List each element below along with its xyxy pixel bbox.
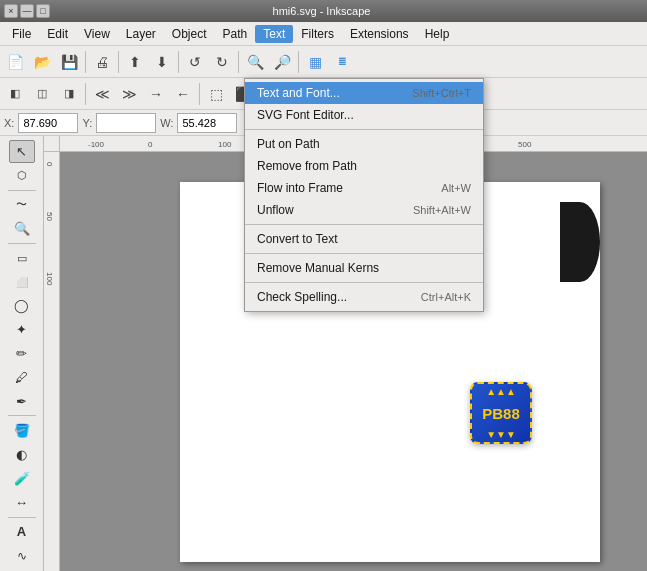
menu-item-flow-into-frame-label: Flow into Frame <box>257 181 343 195</box>
menu-item-put-on-path-label: Put on Path <box>257 137 320 151</box>
menu-filters[interactable]: Filters <box>293 25 342 43</box>
menu-path[interactable]: Path <box>215 25 256 43</box>
x-input[interactable] <box>18 113 78 133</box>
maximize-button[interactable]: □ <box>36 4 50 18</box>
w-input[interactable] <box>177 113 237 133</box>
bucket-tool[interactable]: 🪣 <box>9 419 35 442</box>
rect-tool[interactable]: ▭ <box>9 247 35 270</box>
menu-separator-4 <box>245 282 483 283</box>
snap-button[interactable]: ≣ <box>329 49 355 75</box>
zoom-in-button[interactable]: 🔍 <box>242 49 268 75</box>
close-button[interactable]: × <box>4 4 18 18</box>
menu-item-check-spelling[interactable]: Check Spelling... Ctrl+Alt+K <box>245 286 483 308</box>
titlebar: × — □ hmi6.svg - Inkscape <box>0 0 647 22</box>
separator <box>85 51 86 73</box>
forward-button[interactable]: → <box>143 81 169 107</box>
text-tool[interactable]: A <box>9 520 35 543</box>
menu-separator-2 <box>245 224 483 225</box>
star-tool[interactable]: ✦ <box>9 318 35 341</box>
menu-item-convert-to-text-label: Convert to Text <box>257 232 337 246</box>
text-menu-dropdown: Text and Font... Shift+Ctrl+T SVG Font E… <box>244 78 484 312</box>
separator <box>8 243 36 244</box>
pen-tool[interactable]: 🖊 <box>9 366 35 389</box>
menu-item-remove-from-path-label: Remove from Path <box>257 159 357 173</box>
print-button[interactable]: 🖨 <box>89 49 115 75</box>
spray-tool[interactable]: ∿ <box>9 544 35 567</box>
save-button[interactable]: 💾 <box>56 49 82 75</box>
menu-item-text-font-label: Text and Font... <box>257 86 340 100</box>
window-title: hmi6.svg - Inkscape <box>273 5 371 17</box>
separator <box>8 517 36 518</box>
pb88-label: PB88 <box>482 405 520 422</box>
menu-item-svg-font-editor-label: SVG Font Editor... <box>257 108 354 122</box>
menu-layer[interactable]: Layer <box>118 25 164 43</box>
menu-item-text-font-shortcut: Shift+Ctrl+T <box>412 87 471 99</box>
separator <box>199 83 200 105</box>
menu-item-put-on-path[interactable]: Put on Path <box>245 133 483 155</box>
eyedropper-tool[interactable]: 🧪 <box>9 467 35 490</box>
black-shape <box>560 202 600 282</box>
menu-item-text-font[interactable]: Text and Font... Shift+Ctrl+T <box>245 82 483 104</box>
toolbar-main: 📄 📂 💾 🖨 ⬆ ⬇ ↺ ↻ 🔍 🔎 ▦ ≣ <box>0 46 647 78</box>
pencil-tool[interactable]: ✏ <box>9 342 35 365</box>
menu-object[interactable]: Object <box>164 25 215 43</box>
menu-item-unflow-label: Unflow <box>257 203 294 217</box>
left-toolbar: ↖ ⬡ 〜 🔍 ▭ ⬜ ◯ ✦ ✏ 🖊 ✒ 🪣 ◐ 🧪 ↔ A ∿ <box>0 136 44 571</box>
group-button[interactable]: ⬚ <box>203 81 229 107</box>
open-button[interactable]: 📂 <box>29 49 55 75</box>
w-label: W: <box>160 117 173 129</box>
grid-button[interactable]: ▦ <box>302 49 328 75</box>
menu-help[interactable]: Help <box>417 25 458 43</box>
circle-tool[interactable]: ◯ <box>9 295 35 318</box>
tweak-tool[interactable]: 〜 <box>9 193 35 216</box>
gradient-tool[interactable]: ◐ <box>9 443 35 466</box>
separator <box>178 51 179 73</box>
separator <box>8 415 36 416</box>
import-button[interactable]: ⬆ <box>122 49 148 75</box>
y-input[interactable] <box>96 113 156 133</box>
menu-item-remove-manual-kerns-label: Remove Manual Kerns <box>257 261 379 275</box>
italic-button[interactable]: ≫ <box>116 81 142 107</box>
menu-text[interactable]: Text <box>255 25 293 43</box>
menu-view[interactable]: View <box>76 25 118 43</box>
redo-button[interactable]: ↻ <box>209 49 235 75</box>
menu-item-remove-from-path[interactable]: Remove from Path <box>245 155 483 177</box>
pb88-element[interactable]: PB88 ▲▲▲ ▼▼▼ <box>470 382 532 444</box>
3d-box-tool[interactable]: ⬜ <box>9 271 35 294</box>
zoom-tool[interactable]: 🔍 <box>9 217 35 240</box>
menu-item-convert-to-text[interactable]: Convert to Text <box>245 228 483 250</box>
select-tool[interactable]: ↖ <box>9 140 35 163</box>
export-button[interactable]: ⬇ <box>149 49 175 75</box>
separator <box>118 51 119 73</box>
align-left-button[interactable]: ◧ <box>2 81 28 107</box>
menu-item-flow-into-frame[interactable]: Flow into Frame Alt+W <box>245 177 483 199</box>
back-button[interactable]: ← <box>170 81 196 107</box>
ruler-corner <box>44 136 60 152</box>
zoom-out-button[interactable]: 🔎 <box>269 49 295 75</box>
node-tool[interactable]: ⬡ <box>9 164 35 187</box>
x-label: X: <box>4 117 14 129</box>
ruler-vertical: 0 50 100 <box>44 152 60 571</box>
menu-item-check-spelling-label: Check Spelling... <box>257 290 347 304</box>
menu-item-svg-font-editor[interactable]: SVG Font Editor... <box>245 104 483 126</box>
minimize-button[interactable]: — <box>20 4 34 18</box>
connector-tool[interactable]: ↔ <box>9 491 35 514</box>
calligraphy-tool[interactable]: ✒ <box>9 390 35 413</box>
align-center-button[interactable]: ◫ <box>29 81 55 107</box>
separator <box>238 51 239 73</box>
menu-file[interactable]: File <box>4 25 39 43</box>
new-button[interactable]: 📄 <box>2 49 28 75</box>
y-label: Y: <box>82 117 92 129</box>
bold-button[interactable]: ≪ <box>89 81 115 107</box>
separator <box>85 83 86 105</box>
menu-separator <box>245 129 483 130</box>
separator <box>8 190 36 191</box>
menu-item-remove-manual-kerns[interactable]: Remove Manual Kerns <box>245 257 483 279</box>
align-right-button[interactable]: ◨ <box>56 81 82 107</box>
titlebar-controls[interactable]: × — □ <box>4 4 50 18</box>
menu-item-unflow[interactable]: Unflow Shift+Alt+W <box>245 199 483 221</box>
menu-item-flow-into-frame-shortcut: Alt+W <box>441 182 471 194</box>
menu-edit[interactable]: Edit <box>39 25 76 43</box>
undo-button[interactable]: ↺ <box>182 49 208 75</box>
menu-extensions[interactable]: Extensions <box>342 25 417 43</box>
